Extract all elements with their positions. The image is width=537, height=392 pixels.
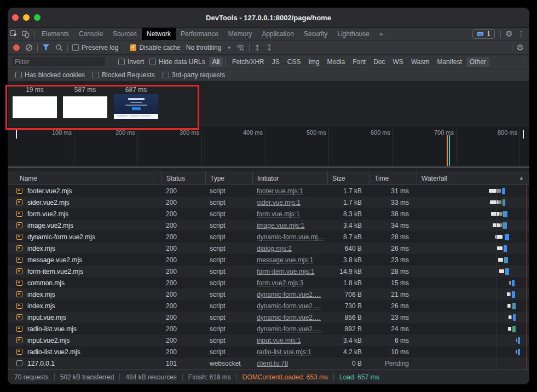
inspect-element-icon[interactable]: [8, 28, 20, 40]
ruler-gridline: [265, 128, 265, 166]
table-row[interactable]: 127.0.0.1101websocketclient.ts:780 BPend…: [8, 358, 529, 369]
cell-initiator-link[interactable]: form-item.vue.mjs:1: [252, 266, 327, 277]
cell-name: form.vue2.mjs: [8, 208, 161, 220]
column-header-time[interactable]: Time: [369, 171, 417, 185]
cell-initiator-link[interactable]: dynamic-form.vue2.…: [252, 300, 327, 312]
waterfall-gridline: [496, 185, 497, 369]
ruler-gridline: [456, 128, 457, 166]
search-icon[interactable]: [55, 44, 63, 51]
cell-status: 200: [161, 289, 205, 300]
cell-initiator-link[interactable]: form.vue2.mjs:3: [252, 277, 327, 289]
cell-initiator-link[interactable]: message.vue.mjs:1: [252, 254, 327, 266]
throttling-dropdown[interactable]: No throttling▾: [186, 44, 230, 51]
cell-initiator-link[interactable]: radio-list.vue.mjs:1: [252, 346, 327, 358]
preserve-log-checkbox[interactable]: Preserve log: [72, 44, 118, 51]
filter-pill-doc[interactable]: Doc: [370, 57, 388, 67]
filter-pill-img[interactable]: Img: [305, 57, 322, 67]
clear-network-log-icon[interactable]: [25, 44, 33, 51]
table-row[interactable]: input.vue.mjs200scriptdynamic-form.vue2.…: [8, 312, 529, 323]
checkbox-3rd-party-requests[interactable]: 3rd-party requests: [163, 71, 225, 79]
table-row[interactable]: form.vue2.mjs200scriptform.vue.mjs:18.3 …: [8, 208, 529, 220]
table-row[interactable]: index.mjs200scriptdialog.mjs:2640 B26 ms: [8, 243, 529, 254]
filter-pill-fetch-xhr[interactable]: Fetch/XHR: [229, 57, 268, 67]
export-har-icon[interactable]: ↧: [266, 43, 273, 52]
table-row[interactable]: message.vue2.mjs200scriptmessage.vue.mjs…: [8, 254, 529, 266]
range-handle-left[interactable]: [16, 130, 17, 139]
column-header-status[interactable]: Status: [161, 171, 205, 185]
device-toolbar-icon[interactable]: [20, 28, 32, 40]
hide-data-urls-checkbox[interactable]: Hide data URLs: [149, 58, 205, 66]
filter-pill-js[interactable]: JS: [269, 57, 283, 67]
more-options-icon[interactable]: ⋮: [515, 28, 527, 40]
cell-initiator-link[interactable]: footer.vue.mjs:1: [252, 185, 327, 197]
filter-input[interactable]: [12, 57, 105, 66]
table-row[interactable]: form-item.vue2.mjs200scriptform-item.vue…: [8, 266, 529, 277]
column-header-size[interactable]: Size: [327, 171, 369, 185]
filter-pill-other[interactable]: Other: [466, 57, 489, 67]
cell-initiator-link[interactable]: dynamic-form.vue.mj…: [252, 231, 327, 243]
column-header-waterfall[interactable]: Waterfall: [417, 171, 529, 185]
checkbox-has-blocked-cookies[interactable]: Has blocked cookies: [15, 71, 85, 79]
tab-performance[interactable]: Performance: [176, 28, 223, 40]
column-header-initiator[interactable]: Initiator: [252, 171, 327, 185]
disable-cache-checkbox[interactable]: Disable cache: [130, 44, 180, 51]
filter-pill-all[interactable]: All: [209, 57, 223, 67]
status-bar: 70 requests502 kB transferred484 kB reso…: [8, 369, 529, 384]
requests-table: NameStatusTypeInitiatorSizeTimeWaterfall…: [8, 171, 529, 369]
tab-elements[interactable]: Elements: [37, 28, 74, 40]
filter-pill-media[interactable]: Media: [324, 57, 348, 67]
table-row[interactable]: common.mjs200scriptform.vue2.mjs:31.8 kB…: [8, 277, 529, 289]
cell-initiator-link[interactable]: form.vue.mjs:1: [252, 208, 327, 220]
tab-application[interactable]: Application: [257, 28, 299, 40]
cell-status: 200: [161, 335, 205, 346]
tab-network[interactable]: Network: [142, 28, 176, 40]
filter-pill-font[interactable]: Font: [349, 57, 369, 67]
close-window-button[interactable]: [12, 14, 19, 21]
sort-ascending-icon[interactable]: ▲: [519, 175, 524, 181]
cell-status: 200: [161, 346, 205, 358]
network-settings-gear-icon[interactable]: ⚙: [517, 43, 524, 53]
settings-gear-icon[interactable]: ⚙: [503, 28, 515, 40]
filter-pill-css[interactable]: CSS: [284, 57, 304, 67]
cell-initiator-link[interactable]: dialog.mjs:2: [252, 243, 327, 254]
tab-more-chevron[interactable]: »: [374, 28, 388, 40]
invert-checkbox[interactable]: Invert: [118, 58, 144, 66]
table-row[interactable]: sider.vue2.mjs200scriptsider.vue.mjs:11.…: [8, 197, 529, 208]
cell-initiator-link[interactable]: input.vue.mjs:1: [252, 335, 327, 346]
filter-funnel-icon[interactable]: [42, 44, 50, 51]
record-button[interactable]: [13, 44, 20, 51]
table-row[interactable]: input.vue2.mjs200scriptinput.vue.mjs:13.…: [8, 335, 529, 346]
column-header-type[interactable]: Type: [205, 171, 252, 185]
maximize-window-button[interactable]: [34, 14, 41, 21]
table-row[interactable]: dynamic-form.vue2.mjs200scriptdynamic-fo…: [8, 231, 529, 243]
filter-pill-manifest[interactable]: Manifest: [434, 57, 465, 67]
table-row[interactable]: footer.vue2.mjs200scriptfooter.vue.mjs:1…: [8, 185, 529, 197]
issues-badge[interactable]: 1: [472, 29, 495, 39]
tab-lighthouse[interactable]: Lighthouse: [332, 28, 374, 40]
cell-time: 6 ms: [369, 335, 417, 346]
table-row[interactable]: radio-list.vue.mjs200scriptdynamic-form.…: [8, 323, 529, 335]
cell-initiator-link[interactable]: image.vue.mjs:1: [252, 220, 327, 231]
tab-console[interactable]: Console: [74, 28, 108, 40]
overview-scrollbar[interactable]: [8, 166, 529, 168]
filter-pill-wasm[interactable]: Wasm: [408, 57, 433, 67]
range-handle-right[interactable]: [523, 130, 524, 139]
cell-initiator-link[interactable]: sider.vue.mjs:1: [252, 197, 327, 208]
network-conditions-icon[interactable]: [236, 44, 245, 51]
minimize-window-button[interactable]: [23, 14, 30, 21]
tab-security[interactable]: Security: [299, 28, 332, 40]
column-header-name[interactable]: Name: [8, 171, 161, 185]
table-row[interactable]: index.mjs200scriptdynamic-form.vue2.…730…: [8, 300, 529, 312]
checkbox-blocked-requests[interactable]: Blocked Requests: [93, 71, 155, 79]
table-row[interactable]: radio-list.vue2.mjs200scriptradio-list.v…: [8, 346, 529, 358]
cell-initiator-link[interactable]: dynamic-form.vue2.…: [252, 289, 327, 300]
tab-memory[interactable]: Memory: [223, 28, 257, 40]
table-row[interactable]: index.mjs200scriptdynamic-form.vue2.…706…: [8, 289, 529, 300]
cell-initiator-link[interactable]: client.ts:78: [252, 358, 327, 369]
filter-pill-ws[interactable]: WS: [390, 57, 407, 67]
table-row[interactable]: image.vue2.mjs200scriptimage.vue.mjs:13.…: [8, 220, 529, 231]
cell-initiator-link[interactable]: dynamic-form.vue2.…: [252, 312, 327, 323]
cell-initiator-link[interactable]: dynamic-form.vue2.…: [252, 323, 327, 335]
import-har-icon[interactable]: ↥: [254, 43, 261, 52]
tab-sources[interactable]: Sources: [108, 28, 142, 40]
